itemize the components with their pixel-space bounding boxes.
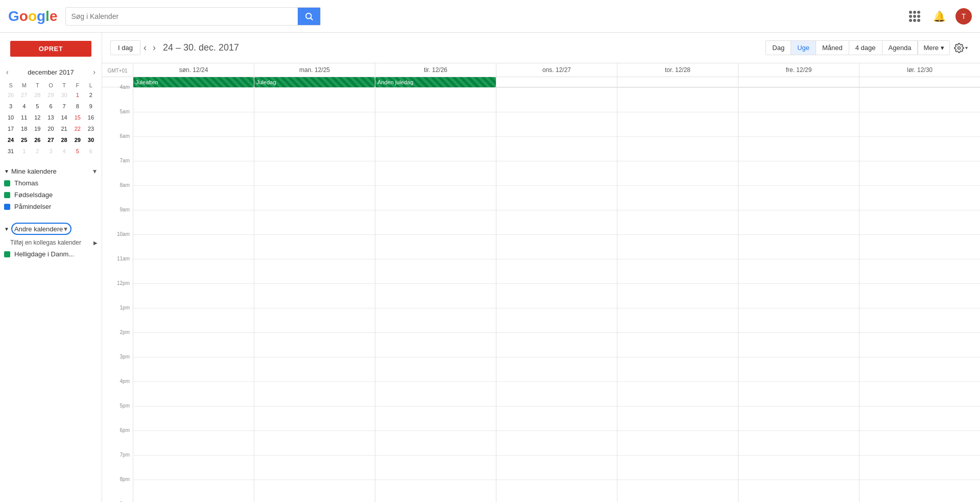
mine-calendar-item[interactable]: Påmindelser — [0, 201, 102, 212]
add-colleague-item[interactable]: Tilføj en kollegas kalender ▶ — [0, 237, 102, 248]
mini-cal-day[interactable]: 2 — [84, 89, 98, 101]
mini-cal-day[interactable]: 10 — [4, 112, 17, 123]
event-juleaften[interactable]: Juleaften — [133, 77, 254, 87]
search-button[interactable] — [298, 8, 320, 25]
mini-cal-day[interactable]: 28 — [58, 134, 71, 146]
mini-cal-day[interactable]: 16 — [84, 112, 98, 123]
day-col-sat[interactable] — [859, 87, 980, 502]
andre-kalendere-menu-button[interactable]: ▾ — [63, 225, 68, 233]
mini-cal-day[interactable]: 7 — [58, 101, 71, 112]
mini-cal-next-button[interactable]: › — [91, 67, 98, 77]
view-4dage-button[interactable]: 4 dage — [849, 40, 882, 55]
mine-calendar-item[interactable]: Thomas — [0, 177, 102, 189]
mini-cal-day[interactable]: 31 — [4, 146, 17, 157]
mini-cal-prev-button[interactable]: ‹ — [4, 67, 11, 77]
mini-cal-day[interactable]: 5 — [31, 101, 44, 112]
prev-button[interactable]: ‹ — [140, 40, 150, 55]
grid-icon — [909, 11, 920, 22]
event-anden-juledag[interactable]: Anden juledag — [375, 77, 496, 87]
day-header-wed[interactable]: ons. 12/27 — [496, 63, 617, 77]
day-header-thu[interactable]: tor. 12/28 — [617, 63, 738, 77]
google-logo[interactable]: Google — [8, 8, 57, 25]
mini-cal-day[interactable]: 18 — [17, 123, 31, 134]
hour-line — [617, 210, 738, 234]
hour-line — [617, 480, 738, 502]
day-header-f: F — [71, 81, 84, 89]
day-header-tue[interactable]: tir. 12/26 — [375, 63, 496, 77]
view-agenda-button[interactable]: Agenda — [882, 40, 918, 55]
view-uge-button[interactable]: Uge — [791, 40, 816, 55]
notifications-button[interactable]: 🔔 — [931, 8, 947, 25]
mini-cal-day[interactable]: 27 — [17, 89, 31, 101]
mini-cal-day[interactable]: 29 — [44, 89, 57, 101]
mini-cal-day[interactable]: 15 — [71, 112, 84, 123]
mini-cal-day[interactable]: 6 — [44, 101, 57, 112]
mini-cal-day[interactable]: 17 — [4, 123, 17, 134]
next-button[interactable]: › — [150, 40, 159, 55]
avatar[interactable]: T — [955, 8, 972, 25]
mini-cal-day[interactable]: 27 — [44, 134, 57, 146]
mine-kalendere-menu-button[interactable]: ▾ — [92, 167, 98, 175]
hour-line — [133, 283, 254, 308]
mini-cal-day[interactable]: 26 — [4, 89, 17, 101]
create-button[interactable]: OPRET — [10, 41, 91, 57]
view-dag-button[interactable]: Dag — [766, 40, 791, 55]
mini-cal-day[interactable]: 25 — [17, 134, 31, 146]
mini-cal-day[interactable]: 20 — [44, 123, 57, 134]
time-grid: 4am5am6am7am8am9am10am11am12pm1pm2pm3pm4… — [102, 87, 980, 502]
day-col-thu[interactable] — [617, 87, 738, 502]
mini-cal-day[interactable]: 9 — [84, 101, 98, 112]
day-col-fri[interactable] — [738, 87, 859, 502]
andre-kalendere-header[interactable]: ▼ Andre kalendere ▾ — [0, 221, 102, 237]
logo-letter-o2: o — [28, 8, 37, 25]
hour-line — [617, 112, 738, 136]
mini-cal-day[interactable]: 24 — [4, 134, 17, 146]
event-juledag[interactable]: Juledag — [254, 77, 375, 87]
andre-calendar-item[interactable]: Helligdage i Danm... — [0, 248, 102, 260]
mini-cal-day[interactable]: 30 — [58, 89, 71, 101]
mini-cal-day[interactable]: 14 — [58, 112, 71, 123]
mini-cal-day[interactable]: 19 — [31, 123, 44, 134]
mini-cal-day[interactable]: 8 — [71, 101, 84, 112]
day-header-mon[interactable]: man. 12/25 — [254, 63, 375, 77]
mini-cal-day[interactable]: 1 — [17, 146, 31, 157]
day-col-wed[interactable] — [496, 87, 617, 502]
mini-cal-day[interactable]: 4 — [58, 146, 71, 157]
mine-calendar-item[interactable]: Fødselsdage — [0, 189, 102, 201]
mini-cal-day[interactable]: 22 — [71, 123, 84, 134]
mini-cal-day[interactable]: 5 — [71, 146, 84, 157]
mini-cal-day[interactable]: 13 — [44, 112, 57, 123]
mini-cal-day[interactable]: 30 — [84, 134, 98, 146]
mini-cal-day[interactable]: 4 — [17, 101, 31, 112]
mini-cal-day[interactable]: 6 — [84, 146, 98, 157]
more-button[interactable]: Mere ▾ — [918, 40, 950, 55]
mini-cal-day[interactable]: 1 — [71, 89, 84, 101]
mini-cal-day[interactable]: 2 — [31, 146, 44, 157]
day-header-sat[interactable]: lør. 12/30 — [859, 63, 980, 77]
mini-cal-day[interactable]: 23 — [84, 123, 98, 134]
mini-cal-day[interactable]: 28 — [31, 89, 44, 101]
mini-cal-day[interactable]: 11 — [17, 112, 31, 123]
view-maaned-button[interactable]: Måned — [816, 40, 849, 55]
day-col-tue[interactable] — [375, 87, 496, 502]
settings-button[interactable]: ▾ — [950, 41, 972, 55]
search-input[interactable] — [66, 8, 298, 25]
hour-line — [859, 381, 980, 406]
apps-button[interactable] — [906, 8, 923, 25]
mini-cal-day[interactable]: 3 — [44, 146, 57, 157]
day-col-mon[interactable] — [254, 87, 375, 502]
calendar-grid[interactable]: GMT+01 søn. 12/24 man. 12/25 tir. 12/26 … — [102, 63, 980, 502]
hour-line — [254, 112, 375, 136]
day-col-sun[interactable] — [133, 87, 254, 502]
mini-cal-day[interactable]: 12 — [31, 112, 44, 123]
hour-line — [375, 283, 496, 308]
day-header-sun[interactable]: søn. 12/24 — [133, 63, 254, 77]
mini-cal-day[interactable]: 21 — [58, 123, 71, 134]
today-button[interactable]: I dag — [110, 40, 140, 55]
mini-cal-day[interactable]: 29 — [71, 134, 84, 146]
day-header-fri[interactable]: fre. 12/29 — [738, 63, 859, 77]
mine-kalendere-header[interactable]: ▼ Mine kalendere ▾ — [0, 165, 102, 177]
allday-cell-thu — [617, 77, 738, 87]
mini-cal-day[interactable]: 3 — [4, 101, 17, 112]
mini-cal-day[interactable]: 26 — [31, 134, 44, 146]
